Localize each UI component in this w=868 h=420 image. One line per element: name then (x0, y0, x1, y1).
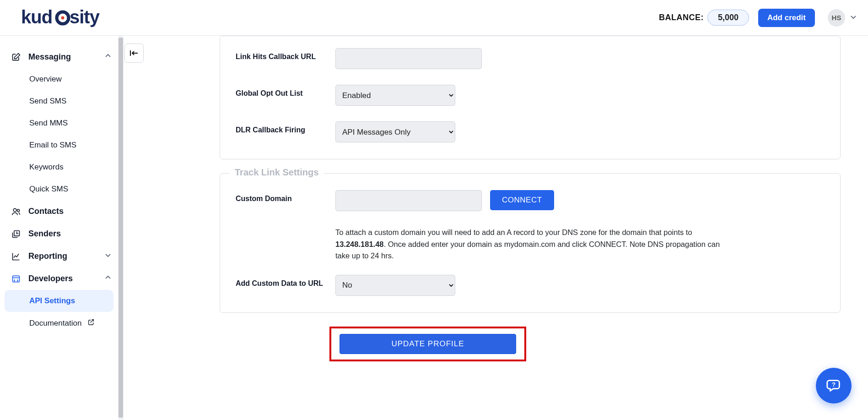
sidebar-item-keywords[interactable]: Keywords (0, 156, 118, 178)
help-fab[interactable]: ? (816, 368, 852, 404)
avatar-menu-caret[interactable] (850, 13, 857, 22)
top-header: kud sity BALANCE: 5,000 Add credit HS (0, 0, 868, 36)
contacts-icon (11, 207, 21, 216)
custom-domain-label: Custom Domain (236, 190, 335, 203)
svg-point-4 (13, 208, 16, 212)
link-hits-input[interactable] (335, 48, 482, 69)
sidebar-item-api-settings[interactable]: API Settings (5, 290, 113, 312)
link-hits-label: Link Hits Callback URL (236, 48, 335, 61)
help-text-post: . Once added enter your domain as mydoma… (335, 240, 720, 260)
dlr-select[interactable]: API Messages Only (335, 121, 455, 142)
kudosity-logo-icon: kud sity (21, 8, 113, 28)
sidebar-item-overview[interactable]: Overview (0, 68, 118, 90)
collapse-icon (129, 49, 139, 57)
chevron-down-icon (104, 251, 112, 261)
balance-value[interactable]: 5,000 (707, 10, 749, 26)
sidebar-scrollbar[interactable] (118, 36, 124, 420)
brand-logo[interactable]: kud sity (21, 8, 113, 28)
external-link-icon (87, 319, 95, 327)
svg-rect-7 (13, 276, 20, 282)
senders-icon (11, 229, 21, 239)
track-link-settings-panel: Track Link Settings Custom Domain CONNEC… (220, 173, 841, 313)
sidebar-section-label: Reporting (28, 251, 67, 261)
help-text-ip: 13.248.181.48 (335, 240, 384, 248)
sidebar-section-messaging[interactable]: Messaging (0, 46, 118, 68)
chevron-up-icon (104, 274, 112, 284)
add-custom-data-label: Add Custom Data to URL (236, 275, 335, 288)
scrollbar-thumb[interactable] (119, 38, 123, 418)
dlr-label: DLR Callback Firing (236, 121, 335, 134)
sidebar-section-reporting[interactable]: Reporting (0, 245, 118, 267)
global-optout-select[interactable]: Enabled (335, 85, 455, 106)
add-credit-button[interactable]: Add credit (758, 9, 815, 27)
sidebar-section-label: Developers (28, 274, 73, 284)
sidebar-item-email-to-sms[interactable]: Email to SMS (0, 134, 118, 156)
sidebar-item-documentation[interactable]: Documentation (0, 312, 118, 334)
callback-settings-panel: Link Hits Callback URL Global Opt Out Li… (220, 36, 841, 159)
sidebar-item-send-sms[interactable]: Send SMS (0, 90, 118, 112)
add-custom-data-select[interactable]: No (335, 275, 455, 296)
connect-button[interactable]: CONNECT (490, 190, 554, 210)
collapse-sidebar-button[interactable] (124, 44, 144, 63)
sidebar-section-label: Contacts (28, 207, 64, 216)
custom-domain-help-text: To attach a custom domain you will need … (335, 227, 733, 262)
svg-point-5 (17, 209, 20, 212)
sidebar: Messaging Overview Send SMS Send MMS Ema… (0, 36, 124, 420)
custom-domain-input[interactable] (335, 190, 482, 211)
help-text-pre: To attach a custom domain you will need … (335, 228, 692, 236)
svg-text:sity: sity (70, 8, 100, 27)
sidebar-item-send-mms[interactable]: Send MMS (0, 112, 118, 134)
sidebar-section-contacts[interactable]: Contacts (0, 200, 118, 223)
edit-icon (11, 53, 21, 62)
reporting-icon (11, 252, 21, 261)
help-chat-icon: ? (825, 377, 842, 394)
sidebar-item-label: Documentation (29, 319, 81, 327)
panel-legend: Track Link Settings (229, 167, 324, 178)
sidebar-item-quick-sms[interactable]: Quick SMS (0, 178, 118, 200)
balance-label: BALANCE: (659, 13, 704, 22)
chevron-up-icon (104, 52, 112, 62)
sidebar-section-label: Senders (28, 229, 61, 239)
sidebar-section-developers[interactable]: Developers (0, 267, 118, 290)
svg-text:kud: kud (21, 8, 52, 27)
global-optout-label: Global Opt Out List (236, 85, 335, 98)
chevron-down-icon (850, 13, 857, 21)
svg-text:?: ? (832, 381, 836, 388)
sidebar-section-label: Messaging (28, 52, 71, 62)
sidebar-section-senders[interactable]: Senders (0, 223, 118, 245)
developers-icon (11, 274, 21, 284)
update-profile-button[interactable]: UPDATE PROFILE (340, 334, 516, 354)
svg-point-2 (61, 16, 65, 19)
avatar[interactable]: HS (828, 9, 845, 27)
main-content: Link Hits Callback URL Global Opt Out Li… (124, 36, 868, 420)
update-profile-highlight: UPDATE PROFILE (329, 327, 526, 361)
